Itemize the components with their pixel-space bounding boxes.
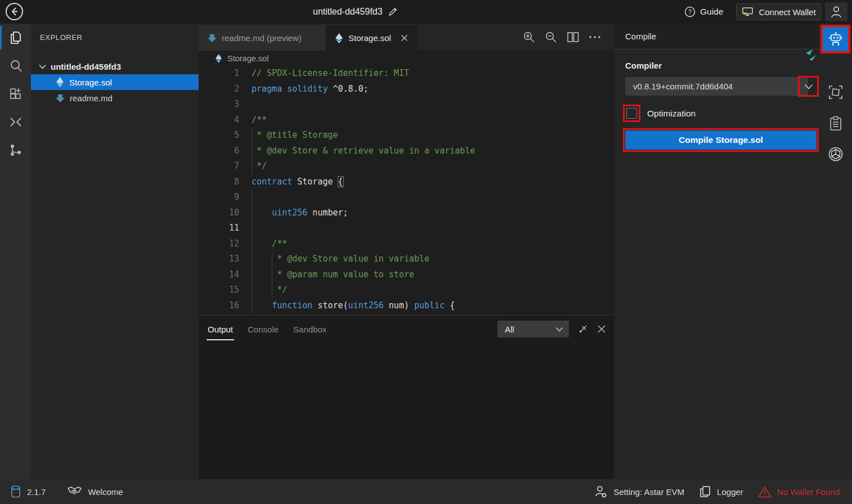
line-number: 5 — [199, 128, 239, 143]
tab-output[interactable]: Output — [208, 316, 233, 343]
optimization-checkbox[interactable] — [626, 108, 637, 119]
code-line[interactable]: 3 — [199, 97, 613, 112]
files-icon — [8, 30, 23, 46]
activity-collapse[interactable] — [0, 108, 31, 136]
compile-panel: Compile Compiler v0.8.19+commit.7dd6d404… — [613, 24, 819, 479]
code-line[interactable]: 16 function store(uint256 num) public { — [199, 298, 613, 314]
folder-row[interactable]: untitled-dd459fd3 — [31, 58, 199, 74]
tab-readme-preview[interactable]: readme.md (preview) — [199, 25, 326, 51]
code-line[interactable]: 7 */ — [199, 159, 613, 174]
chevron-down-icon[interactable] — [804, 84, 813, 89]
code-line[interactable]: 5 * @title Storage — [199, 128, 613, 143]
activity-interaction[interactable] — [819, 80, 852, 105]
project-title: untitled-dd459fd3 — [313, 7, 383, 17]
activity-compile-deploy[interactable] — [823, 27, 848, 51]
line-content: * @param num value to store — [239, 267, 414, 283]
guide-button[interactable]: ? Guide — [684, 0, 723, 24]
line-number: 2 — [199, 82, 239, 97]
folder-name: untitled-dd459fd3 — [51, 62, 121, 71]
compiler-version-select[interactable]: v0.8.19+commit.7dd6d404 — [625, 77, 808, 96]
connect-wallet-label: Connect Wallet — [759, 7, 815, 17]
code-line[interactable]: 12 /** — [199, 236, 613, 252]
database-icon — [10, 485, 21, 498]
code-line[interactable]: 10 uint256 number; — [199, 205, 613, 221]
tab-sandbox[interactable]: Sandbox — [293, 316, 326, 343]
svg-text:?: ? — [688, 8, 692, 15]
file-name: Storage.sol — [69, 78, 112, 87]
indent-guide — [252, 190, 252, 313]
ethereum-icon — [215, 53, 222, 64]
annotation-box-compile-button: Compile Storage.sol — [623, 128, 819, 152]
ethereum-icon — [56, 76, 64, 88]
code-line[interactable]: 15 */ — [199, 282, 613, 298]
output-filter-select[interactable]: All — [497, 321, 569, 338]
breadcrumb[interactable]: Storage.sol — [199, 51, 613, 66]
activity-scripts[interactable] — [819, 111, 852, 136]
explorer-panel: EXPLORER untitled-dd459fd3 Storage.sol — [31, 24, 199, 479]
welcome-link[interactable]: Welcome — [88, 487, 123, 497]
activity-source-control[interactable] — [0, 136, 31, 164]
tab-console[interactable]: Console — [248, 316, 279, 343]
file-storage-sol[interactable]: Storage.sol — [31, 74, 199, 90]
connect-wallet-button[interactable]: Connect Wallet — [736, 3, 822, 20]
close-tab-icon[interactable] — [401, 34, 408, 42]
rename-pencil-icon[interactable] — [388, 7, 398, 17]
scan-cube-icon — [828, 84, 844, 100]
line-content: * @dev Store & retrieve value in a varia… — [239, 143, 475, 159]
line-content — [239, 220, 252, 236]
code-line[interactable]: 9 — [199, 190, 613, 205]
line-content: contract Storage { — [239, 174, 343, 190]
robot-icon — [828, 32, 844, 47]
clipboard-icon — [828, 116, 843, 132]
line-number: 14 — [199, 267, 239, 283]
account-button[interactable] — [825, 2, 847, 21]
line-number: 12 — [199, 236, 239, 252]
network-setting[interactable]: Setting: Astar EVM — [594, 485, 684, 498]
code-line[interactable]: 13 * @dev Store value in variable — [199, 251, 613, 267]
activity-ai-assistant[interactable] — [819, 142, 852, 166]
warning-triangle-icon — [758, 486, 772, 498]
tab-storage-sol[interactable]: Storage.sol — [326, 25, 417, 51]
search-icon — [8, 58, 23, 73]
filter-value: All — [505, 325, 514, 334]
code-line[interactable]: 8contract Storage { — [199, 174, 613, 190]
activity-plugins[interactable] — [0, 80, 31, 108]
extensions-icon — [8, 87, 23, 101]
collapse-arrows-icon — [8, 116, 23, 128]
code-line[interactable]: 1// SPDX-License-Identifier: MIT — [199, 66, 613, 82]
activity-explorer[interactable] — [0, 24, 31, 52]
line-number: 10 — [199, 205, 239, 221]
chainide-app: untitled-dd459fd3 ? Guide Connect Wallet — [0, 0, 852, 504]
code-editor[interactable]: 1// SPDX-License-Identifier: MIT2pragma … — [199, 66, 613, 315]
line-number: 13 — [199, 251, 239, 267]
line-number: 16 — [199, 298, 239, 314]
logger-button[interactable]: Logger — [699, 485, 743, 498]
file-readme-md[interactable]: readme.md — [31, 90, 199, 106]
compile-button[interactable]: Compile Storage.sol — [625, 130, 817, 150]
zoom-out-icon[interactable] — [545, 31, 557, 43]
clear-output-icon[interactable] — [577, 323, 589, 335]
close-panel-icon[interactable] — [597, 325, 606, 334]
more-actions-icon[interactable] — [589, 35, 601, 39]
code-line[interactable]: 4/** — [199, 112, 613, 128]
compile-panel-title: Compile — [614, 24, 819, 50]
back-button[interactable] — [6, 3, 23, 20]
git-fork-icon — [8, 143, 23, 158]
chevron-down-icon — [555, 327, 563, 332]
wallet-warning[interactable]: No Wallet Found — [758, 486, 840, 498]
code-line[interactable]: 11 — [199, 220, 613, 236]
tab-label: Storage.sol — [348, 33, 391, 43]
split-editor-icon[interactable] — [567, 32, 579, 43]
line-content: * @dev Store value in variable — [239, 251, 429, 267]
code-line[interactable]: 2pragma solidity ^0.8.0; — [199, 82, 613, 97]
line-content: pragma solidity ^0.8.0; — [239, 82, 369, 97]
zoom-in-icon[interactable] — [523, 31, 535, 43]
activity-search[interactable] — [0, 52, 31, 80]
line-content: uint256 number; — [239, 205, 348, 221]
code-line[interactable]: 14 * @param num value to store — [199, 267, 613, 283]
code-line[interactable]: 6 * @dev Store & retrieve value in a var… — [199, 143, 613, 159]
line-content: */ — [239, 282, 287, 298]
status-bar: 2.1.7 Welcome Setting: Astar EVM — [0, 479, 852, 504]
line-number: 4 — [199, 112, 239, 128]
line-content: */ — [239, 159, 267, 174]
